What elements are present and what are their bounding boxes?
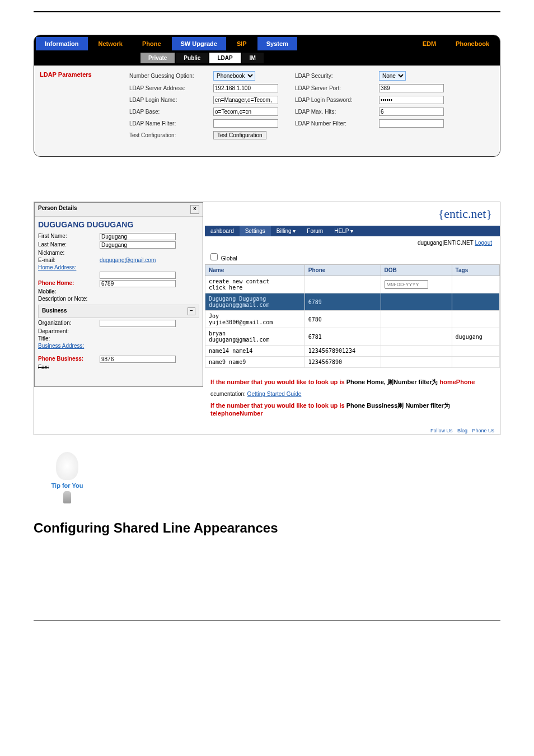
security-label: LDAP Security: — [295, 73, 379, 79]
sub-tabs-bar: Private Public LDAP IM — [34, 50, 500, 66]
person-details-popup: Person Details × DUGUGANG DUGUGANG First… — [34, 202, 203, 387]
col-tags[interactable]: Tags — [452, 265, 499, 276]
last-name-input[interactable] — [100, 241, 176, 249]
popup-title-bar: Person Details — [38, 205, 77, 214]
dob-filter-input[interactable] — [385, 280, 428, 289]
blog-link[interactable]: Blog — [457, 428, 467, 433]
mobile-label: Mobile: — [38, 288, 100, 295]
max-hits-input[interactable] — [379, 108, 444, 116]
desc-label: Description or Note: — [38, 296, 100, 302]
subtab-public[interactable]: Public — [176, 53, 208, 63]
tab-sw-upgrade[interactable]: SW Upgrade — [172, 37, 226, 50]
name-filter-label: LDAP Name Filter: — [129, 120, 213, 127]
tab-settings[interactable]: Settings — [240, 226, 271, 236]
table-row[interactable]: name9 name9 1234567890 — [205, 357, 500, 368]
tab-dashboard[interactable]: ashboard — [205, 226, 240, 236]
org-label: Organization: — [38, 320, 100, 327]
login-pw-input[interactable] — [379, 96, 444, 104]
phone-business-input[interactable] — [100, 356, 176, 363]
number-guessing-label: Number Guessing Option: — [129, 73, 213, 79]
app-nav-tabs: ashboard Settings Billing ▾ Forum HELP ▾ — [205, 226, 500, 236]
last-name-label: Last Name: — [38, 241, 100, 249]
server-port-input[interactable] — [379, 84, 444, 92]
email-value[interactable]: dugugang@gmail.com — [100, 257, 199, 263]
number-guessing-select[interactable]: Phonebook — [213, 71, 255, 81]
phone-home-input[interactable] — [100, 280, 176, 287]
business-addr-link[interactable]: Business Address: — [38, 343, 100, 349]
base-label: LDAP Base: — [129, 109, 213, 115]
tab-sip[interactable]: SIP — [228, 37, 256, 50]
fax-label: Fax: — [38, 364, 100, 370]
main-tabs-bar: Information Network Phone SW Upgrade SIP… — [34, 35, 500, 50]
tab-phone[interactable]: Phone — [133, 37, 170, 50]
global-label: Global — [221, 255, 237, 262]
email-label: E-mail: — [38, 257, 100, 263]
table-filter-row: create new contactclick here — [205, 276, 500, 293]
org-input[interactable] — [100, 320, 176, 327]
tab-network[interactable]: Network — [90, 37, 132, 50]
contact-name-heading: DUGUGANG DUGUGANG — [35, 217, 203, 232]
max-hits-label: LDAP Max. Hits: — [295, 109, 379, 115]
name-filter-input[interactable] — [213, 119, 278, 128]
home-address-input[interactable] — [100, 272, 176, 279]
login-pw-label: LDAP Login Password: — [295, 97, 379, 103]
phone-business-label: Phone Business: — [38, 356, 100, 363]
ldap-config-panel: Information Network Phone SW Upgrade SIP… — [34, 35, 500, 157]
contacts-app-window: Person Details × DUGUGANG DUGUGANG First… — [34, 202, 500, 435]
section-heading: Configuring Shared Line Appearances — [34, 520, 500, 536]
table-row[interactable]: bryandugugang@gmail.com 6781dugugang — [205, 328, 500, 346]
getting-started-link[interactable]: Getting Started Guide — [247, 391, 302, 397]
close-icon[interactable]: × — [190, 205, 199, 214]
footer-links: Follow Us Blog Phone Us — [205, 427, 500, 435]
test-config-label: Test Configuration: — [129, 132, 213, 138]
subtab-ldap[interactable]: LDAP — [209, 53, 240, 63]
number-filter-label: LDAP Number Filter: — [295, 120, 379, 127]
nickname-label: Nickname: — [38, 250, 100, 256]
server-addr-label: LDAP Server Address: — [129, 85, 213, 91]
phone-home-label: Phone Home: — [38, 280, 100, 287]
username-display: dugugang|ENTIC.NET — [418, 240, 474, 246]
server-addr-input[interactable] — [213, 84, 278, 92]
logout-link[interactable]: Logout — [475, 240, 492, 246]
col-name[interactable]: Name — [205, 265, 305, 276]
phone-us-link[interactable]: Phone Us — [472, 428, 494, 433]
contacts-table: Name Phone DOB Tags create new contactcl… — [205, 264, 500, 368]
connector-icon — [63, 491, 71, 503]
global-checkbox[interactable] — [210, 253, 218, 260]
collapse-icon[interactable]: − — [188, 307, 195, 315]
tab-system[interactable]: System — [257, 37, 297, 50]
tab-billing[interactable]: Billing ▾ — [271, 226, 301, 236]
tab-edm[interactable]: EDM — [414, 37, 445, 50]
subtab-private[interactable]: Private — [140, 53, 175, 63]
table-row[interactable]: Joyyujie3000@gmail.com 6780 — [205, 311, 500, 328]
base-input[interactable] — [213, 108, 278, 116]
test-config-button[interactable]: Test Configuration — [213, 131, 266, 139]
section-title: LDAP Parameters — [40, 71, 118, 78]
lightbulb-icon — [56, 452, 78, 480]
dept-label: Department: — [38, 328, 100, 334]
number-filter-input[interactable] — [379, 119, 444, 128]
tab-phonebook[interactable]: Phonebook — [447, 37, 498, 50]
col-phone[interactable]: Phone — [305, 265, 381, 276]
business-section-header[interactable]: Business − — [38, 305, 199, 318]
first-name-label: First Name: — [38, 233, 100, 240]
col-dob[interactable]: DOB — [381, 265, 452, 276]
tab-information[interactable]: Information — [36, 37, 88, 50]
follow-us-link[interactable]: Follow Us — [430, 428, 453, 433]
table-row[interactable]: Dugugang Dugugangdugugang@gmail.com 6789 — [205, 293, 500, 311]
tab-help[interactable]: HELP ▾ — [329, 226, 359, 236]
subtab-im[interactable]: IM — [242, 53, 264, 63]
table-row[interactable]: name14 name14 12345678901234 — [205, 346, 500, 357]
first-name-input[interactable] — [100, 233, 176, 240]
annotation-2: If the number that you would like to loo… — [210, 402, 494, 417]
tab-forum[interactable]: Forum — [301, 226, 329, 236]
tip-label: Tip for You — [45, 482, 90, 489]
login-name-input[interactable] — [213, 96, 278, 104]
title-label: Title: — [38, 335, 100, 342]
home-address-link[interactable]: Home Address: — [38, 264, 100, 270]
security-select[interactable]: None — [379, 71, 406, 81]
annotation-1: If the number that you would like to loo… — [210, 378, 494, 386]
login-name-label: LDAP Login Name: — [129, 97, 213, 103]
tip-block: Tip for You — [45, 452, 90, 503]
doc-link-line: ocumentation: Getting Started Guide — [210, 391, 494, 397]
